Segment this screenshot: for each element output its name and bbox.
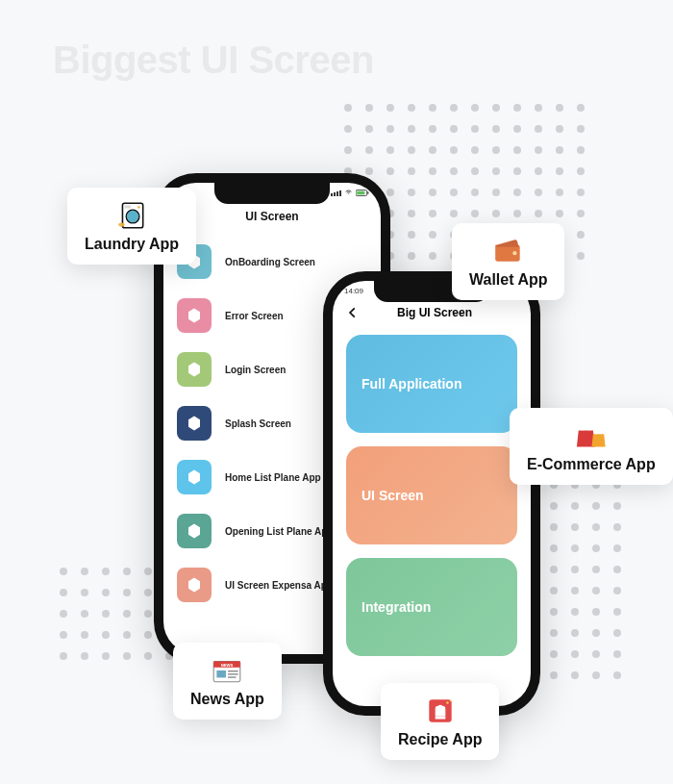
card-label: Full Application [361, 376, 461, 392]
shopping-bag-icon [575, 419, 608, 452]
chef-hat-icon [424, 695, 457, 727]
svg-rect-15 [217, 670, 227, 677]
app-chip-ecommerce[interactable]: E-Commerce App [510, 408, 673, 485]
list-item-label: UI Screen Expensa App [225, 580, 333, 591]
decorative-dot-grid [529, 481, 621, 679]
washing-machine-icon [115, 199, 148, 232]
svg-rect-2 [367, 191, 368, 193]
card-label: Integration [361, 599, 431, 615]
hexagon-icon [177, 514, 212, 548]
status-time: 14:09 [344, 287, 363, 295]
app-chip-wallet[interactable]: Wallet App [452, 223, 564, 300]
hexagon-icon [177, 298, 212, 333]
chip-label: Laundry App [85, 236, 179, 253]
list-item-label: Login Screen [225, 365, 286, 375]
category-card-ui-screen[interactable]: UI Screen [346, 446, 517, 544]
svg-rect-20 [435, 716, 445, 719]
hexagon-icon [177, 352, 212, 387]
category-card-full-application[interactable]: Full Application [346, 335, 517, 433]
phone-mockup-front: 14:09 Big UI Screen Full Application UI … [323, 271, 540, 716]
svg-rect-1 [357, 191, 364, 195]
list-item-label: Home List Plane App [225, 472, 321, 483]
chip-label: Wallet App [469, 271, 547, 289]
svg-rect-17 [228, 673, 238, 674]
list-item-label: Error Screen [225, 311, 284, 321]
svg-point-10 [118, 222, 124, 226]
list-item-label: Opening List Plane App [225, 526, 333, 537]
svg-rect-18 [228, 676, 237, 677]
chip-label: News App [190, 691, 264, 708]
svg-rect-16 [228, 670, 238, 671]
svg-point-8 [137, 206, 140, 209]
signal-icon [331, 190, 341, 196]
list-item-label: Splash Screen [225, 418, 291, 429]
app-chip-laundry[interactable]: Laundry App [67, 188, 196, 265]
category-card-integration[interactable]: Integration [346, 558, 517, 656]
card-label: UI Screen [361, 488, 424, 503]
app-chip-news[interactable]: NEWS News App [173, 643, 282, 720]
wifi-icon [344, 190, 353, 196]
app-chip-recipe[interactable]: Recipe App [381, 683, 499, 760]
background-heading: Biggest UI Screen [53, 38, 374, 82]
svg-text:NEWS: NEWS [221, 663, 234, 668]
phone-notch [214, 183, 330, 204]
svg-point-11 [512, 251, 516, 255]
chip-label: Recipe App [398, 731, 482, 748]
list-item-label: OnBoarding Screen [225, 257, 315, 267]
hexagon-icon [177, 406, 212, 441]
svg-point-7 [126, 210, 139, 223]
svg-point-22 [449, 700, 451, 702]
newspaper-icon: NEWS [211, 654, 243, 687]
battery-icon [356, 190, 369, 196]
hexagon-icon [177, 568, 212, 602]
wallet-icon [492, 235, 525, 267]
svg-point-21 [446, 701, 449, 704]
chip-label: E-Commerce App [527, 456, 656, 473]
screen-title: Big UI Screen [352, 306, 517, 319]
hexagon-icon [177, 460, 212, 494]
svg-rect-9 [125, 205, 131, 208]
